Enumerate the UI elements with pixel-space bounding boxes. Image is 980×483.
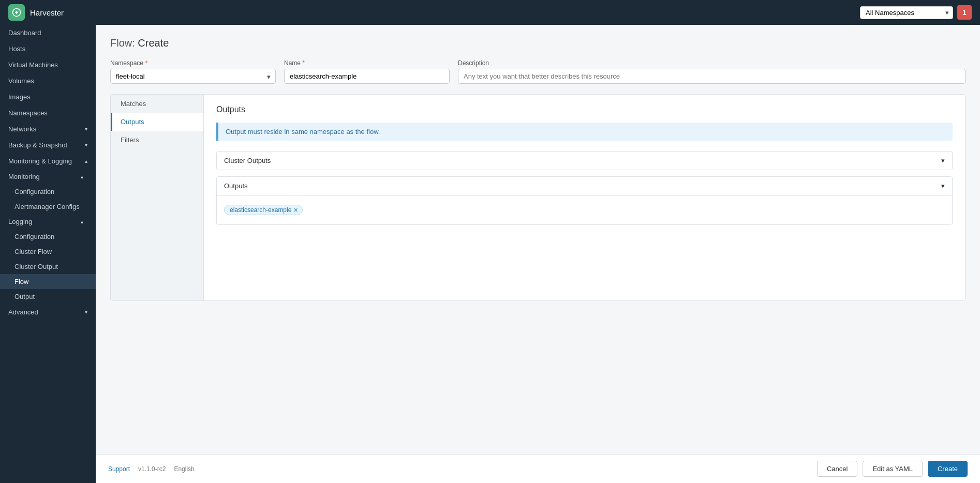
sidebar-item-label: Networks: [8, 125, 36, 133]
sidebar-item-label: Volumes: [8, 77, 34, 85]
sidebar-item-label: Monitoring: [8, 173, 40, 180]
create-button[interactable]: Create: [928, 461, 968, 477]
sidebar-item-label: Advanced: [8, 308, 38, 316]
main-content: Flow: Create Namespace * fleet-local def…: [96, 25, 980, 483]
sidebar-item-logging[interactable]: Logging ▴: [0, 214, 96, 229]
sidebar: Dashboard Hosts Virtual Machines Volumes…: [0, 25, 96, 483]
sidebar-item-label: Configuration: [14, 233, 54, 240]
chevron-up-icon: ▴: [85, 158, 87, 164]
chevron-down-icon: ▾: [941, 182, 945, 190]
tag-elasticsearch-example: elasticsearch-example ×: [224, 205, 303, 215]
cluster-outputs-section: Cluster Outputs ▾: [216, 151, 953, 170]
app-title: Harvester: [30, 8, 64, 17]
outputs-tag-input[interactable]: elasticsearch-example ×: [224, 202, 945, 218]
sidebar-item-label: Cluster Output: [14, 263, 58, 270]
description-field: Description: [458, 59, 966, 84]
sidebar-item-monitoring[interactable]: Monitoring ▴: [0, 169, 96, 184]
chevron-up-icon: ▴: [81, 219, 83, 224]
footer-left: Support v1.1.0-rc2 English: [108, 465, 195, 473]
support-link[interactable]: Support: [108, 465, 130, 473]
namespace-wrapper[interactable]: All Namespaces fleet-local default kube-…: [860, 6, 953, 19]
outputs-panel-title: Outputs: [216, 105, 953, 114]
sidebar-item-label: Logging: [8, 218, 32, 225]
namespace-field-select[interactable]: fleet-local default kube-system: [110, 69, 276, 84]
tag-label: elasticsearch-example: [230, 206, 291, 214]
sidebar-item-label: Dashboard: [8, 29, 41, 37]
header-left: Harvester: [8, 4, 64, 21]
app-logo: [8, 4, 25, 21]
tag-remove-icon[interactable]: ×: [293, 206, 298, 214]
form-tabs: Matches Outputs Filters: [111, 95, 204, 300]
cancel-button[interactable]: Cancel: [817, 461, 857, 477]
page-footer: Support v1.1.0-rc2 English Cancel Edit a…: [96, 454, 980, 483]
sidebar-item-backup-snapshot[interactable]: Backup & Snapshot ▾: [0, 137, 96, 153]
outputs-label: Outputs: [224, 182, 248, 190]
namespace-select[interactable]: All Namespaces fleet-local default kube-…: [860, 6, 953, 19]
chevron-down-icon: ▾: [85, 142, 87, 148]
sidebar-item-label: Cluster Flow: [14, 248, 52, 255]
tab-outputs[interactable]: Outputs: [111, 113, 203, 131]
outputs-section: Outputs ▾ elasticsearch-example ×: [216, 176, 953, 225]
chevron-down-icon: ▾: [85, 126, 87, 132]
sidebar-item-alertmanager-configs[interactable]: Alertmanager Configs: [0, 199, 96, 214]
sidebar-item-label: Monitoring & Logging: [8, 157, 72, 165]
sidebar-item-dashboard[interactable]: Dashboard: [0, 25, 96, 41]
alert-icon[interactable]: 1: [957, 5, 972, 20]
outputs-header[interactable]: Outputs ▾: [217, 177, 952, 195]
sidebar-item-label: Alertmanager Configs: [14, 203, 80, 210]
form-row-top: Namespace * fleet-local default kube-sys…: [110, 59, 966, 84]
sidebar-item-virtual-machines[interactable]: Virtual Machines: [0, 57, 96, 73]
tab-content-outputs: Outputs Output must reside in same names…: [204, 95, 965, 300]
chevron-up-icon: ▴: [81, 174, 83, 179]
tab-filters[interactable]: Filters: [111, 131, 203, 149]
sidebar-item-label: Images: [8, 93, 31, 101]
cluster-outputs-label: Cluster Outputs: [224, 157, 271, 164]
sidebar-item-volumes[interactable]: Volumes: [0, 73, 96, 89]
form-body: Matches Outputs Filters Outputs Output m…: [110, 94, 966, 301]
header-right: All Namespaces fleet-local default kube-…: [860, 5, 972, 20]
name-required: *: [302, 59, 305, 67]
cluster-outputs-header[interactable]: Cluster Outputs ▾: [217, 152, 952, 170]
sidebar-item-label: Flow: [14, 278, 28, 285]
sidebar-item-images[interactable]: Images: [0, 89, 96, 105]
description-input[interactable]: [458, 69, 966, 84]
sidebar-item-cluster-flow[interactable]: Cluster Flow: [0, 244, 96, 259]
sidebar-item-monitoring-logging[interactable]: Monitoring & Logging ▴: [0, 153, 96, 169]
sidebar-item-output[interactable]: Output: [0, 289, 96, 304]
sidebar-item-flow[interactable]: Flow: [0, 274, 96, 289]
sidebar-item-label: Backup & Snapshot: [8, 141, 67, 149]
outputs-body: elasticsearch-example ×: [217, 195, 952, 224]
app-header: Harvester All Namespaces fleet-local def…: [0, 0, 980, 25]
chevron-down-icon: ▾: [85, 309, 87, 315]
sidebar-item-label: Namespaces: [8, 109, 48, 117]
sidebar-item-advanced[interactable]: Advanced ▾: [0, 304, 96, 320]
description-label: Description: [458, 59, 966, 67]
info-banner: Output must reside in same namespace as …: [216, 123, 953, 141]
page-title: Flow: Create: [110, 37, 966, 49]
language-text: English: [174, 465, 194, 473]
version-text: v1.1.0-rc2: [138, 465, 166, 473]
namespace-select-wrapper[interactable]: fleet-local default kube-system: [110, 69, 276, 84]
sidebar-item-label: Hosts: [8, 45, 25, 53]
namespace-required: *: [145, 59, 147, 67]
edit-yaml-button[interactable]: Edit as YAML: [863, 461, 923, 477]
sidebar-item-hosts[interactable]: Hosts: [0, 41, 96, 57]
sidebar-item-namespaces[interactable]: Namespaces: [0, 105, 96, 121]
chevron-down-icon: ▾: [941, 157, 945, 164]
footer-right: Cancel Edit as YAML Create: [817, 461, 968, 477]
name-label: Name *: [284, 59, 450, 67]
name-field: Name *: [284, 59, 450, 84]
sidebar-item-logging-config[interactable]: Configuration: [0, 229, 96, 244]
namespace-field: Namespace * fleet-local default kube-sys…: [110, 59, 276, 84]
sidebar-item-monitoring-config[interactable]: Configuration: [0, 184, 96, 199]
name-input[interactable]: [284, 69, 450, 84]
namespace-label: Namespace *: [110, 59, 276, 67]
tab-matches[interactable]: Matches: [111, 95, 203, 113]
sidebar-item-cluster-output[interactable]: Cluster Output: [0, 259, 96, 274]
sidebar-item-label: Virtual Machines: [8, 61, 58, 69]
app-body: Dashboard Hosts Virtual Machines Volumes…: [0, 25, 980, 483]
sidebar-item-label: Output: [14, 293, 35, 300]
page-area: Flow: Create Namespace * fleet-local def…: [96, 25, 980, 454]
sidebar-item-label: Configuration: [14, 188, 54, 195]
sidebar-item-networks[interactable]: Networks ▾: [0, 121, 96, 137]
